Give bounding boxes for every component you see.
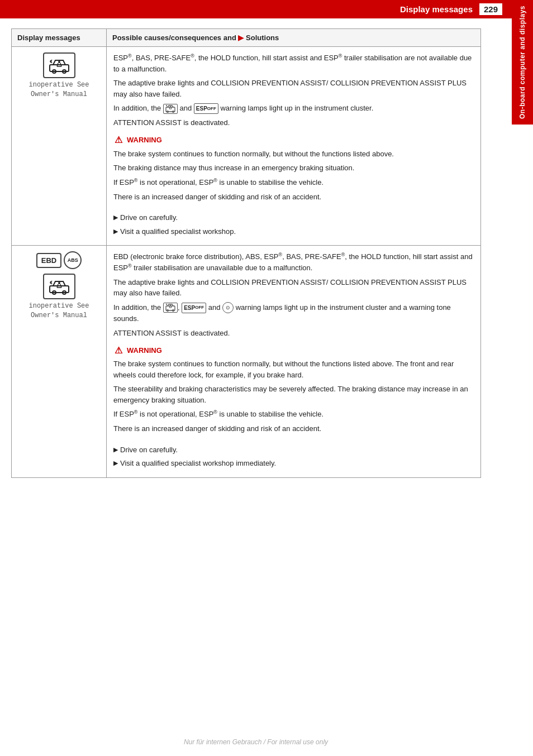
abs-icon: ABS (64, 251, 82, 269)
bullet-2-r1: ▶ Visit a qualified specialist workshop. (113, 226, 474, 237)
warning-p2-r1: The braking distance may thus increase i… (113, 162, 474, 174)
car-icon-box-2 (43, 274, 75, 299)
inoperative-label-2: inoperative See Owner's Manual (28, 302, 89, 320)
inline-icon-wrap-2b: ESPOFF (182, 303, 206, 313)
warning-lamp-icon-1a (163, 104, 178, 114)
warning-content-2: The brake system continues to function n… (113, 358, 474, 434)
content-p3-r2: In addition, the (113, 302, 474, 324)
warning-p3-r1: If ESP® is not operational, ESP® is unab… (113, 177, 474, 188)
warning-p2-r2: The steerability and braking characteris… (113, 384, 474, 405)
causes-cell-2: EBD (electronic brake force distribution… (107, 246, 481, 478)
side-tab-text: On-board computer and displays (518, 6, 526, 119)
table-row: inoperative See Owner's Manual ESP®, BAS… (12, 47, 481, 246)
bullet-arrow-icon-1a: ▶ (113, 213, 118, 223)
header-title: Display messages (400, 4, 473, 14)
table-row: EBD ABS (12, 246, 481, 478)
warning-block-1: ⚠ WARNING The brake system continues to … (113, 134, 474, 207)
bullet-text-1b: Visit a qualified specialist workshop. (120, 226, 236, 237)
display-message-cell-2: EBD ABS (12, 246, 107, 478)
bullet-arrow-icon-2b: ▶ (113, 458, 118, 469)
content-p4-r1: ATTENTION ASSIST is deactivated. (113, 117, 474, 128)
causes-cell-1: ESP®, BAS, PRE-SAFE®, the HOLD function,… (107, 47, 481, 246)
svg-point-11 (58, 282, 60, 284)
content-p3-r1: In addition, the (113, 103, 474, 114)
bullet-arrow-icon-2a: ▶ (113, 445, 118, 456)
car-icon-box-1 (43, 52, 75, 78)
display-message-cell-1: inoperative See Owner's Manual (12, 47, 107, 246)
warning-label-1: WARNING (127, 136, 162, 144)
content-p4-r2: ATTENTION ASSIST is deactivated. (113, 328, 474, 339)
svg-point-7 (170, 106, 171, 107)
svg-point-3 (58, 61, 60, 63)
warning-content-1: The brake system continues to function n… (113, 149, 474, 202)
side-tab: On-board computer and displays (512, 0, 533, 125)
bullet-1-r1: ▶ Drive on carefully. (113, 212, 474, 223)
ebd-icon: EBD (36, 253, 61, 268)
content-p1-r1: ESP®, BAS, PRE-SAFE®, the HOLD function,… (113, 52, 474, 74)
warning-circle-icon-2c: ⊙ (222, 302, 234, 313)
warning-p3-r2: If ESP® is not operational, ESP® is unab… (113, 409, 474, 420)
car-seat-inline-icon (165, 105, 175, 113)
footer: Nur für internen Gebrauch / For internal… (0, 738, 512, 746)
col-header-causes: Possible causes/consequences and ▶ Solut… (107, 29, 481, 47)
main-table: Display messages Possible causes/consequ… (11, 28, 481, 478)
bullet-2-r2: ▶ Visit a qualified specialist workshop … (113, 458, 474, 469)
inline-icon-wrap-2c: ⊙ (222, 302, 234, 313)
content-p2-r2: The adaptive brake lights and COLLISION … (113, 277, 474, 299)
warning-p1-r2: The brake system continues to function n… (113, 358, 474, 380)
car-warning-icon-1 (49, 57, 70, 74)
warning-p1-r1: The brake system continues to function n… (113, 149, 474, 160)
icon-area-2: EBD ABS (18, 251, 99, 320)
content-block-1: ESP®, BAS, PRE-SAFE®, the HOLD function,… (113, 52, 474, 237)
inline-icon-wrap-1a (163, 104, 178, 114)
col-causes-text: Possible causes/consequences and ▶ Solut… (112, 34, 279, 42)
svg-point-15 (170, 305, 171, 306)
icon-area-1: inoperative See Owner's Manual (18, 52, 99, 99)
bullet-1-r2: ▶ Drive on carefully. (113, 444, 474, 456)
warning-title-1: ⚠ WARNING (113, 135, 474, 145)
icon-row-2a: EBD ABS (36, 251, 82, 269)
bullet-text-2a: Drive on carefully. (120, 444, 178, 456)
page-header: Display messages 229 (0, 0, 533, 18)
bullet-text-1a: Drive on carefully. (120, 212, 178, 223)
warning-p4-r1: There is an increased danger of skidding… (113, 192, 474, 203)
footer-text: Nur für internen Gebrauch / For internal… (184, 738, 328, 746)
inline-icon-wrap-2a (163, 303, 178, 313)
warning-triangle-icon-1: ⚠ (113, 135, 123, 145)
inoperative-label-1: inoperative See Owner's Manual (28, 80, 89, 99)
car-warning-icon-2 (49, 278, 70, 295)
inline-icon-wrap-1b: ESPOFF (194, 103, 218, 114)
bullet-arrow-icon-1b: ▶ (113, 227, 118, 237)
warning-lamp-icon-2a (163, 303, 178, 313)
content-p1-r2: EBD (electronic brake force distribution… (113, 251, 474, 274)
esp-off-inline-icon-2: ESPOFF (182, 303, 206, 313)
warning-p4-r2: There is an increased danger of skidding… (113, 423, 474, 434)
esp-off-inline-icon-1: ESPOFF (194, 103, 218, 114)
car-seat-inline-icon-2 (165, 304, 175, 312)
warning-title-2: ⚠ WARNING (113, 345, 474, 355)
main-content: Display messages Possible causes/consequ… (0, 18, 512, 488)
bullet-text-2b: Visit a qualified specialist workshop im… (120, 458, 276, 469)
warning-triangle-icon-2: ⚠ (113, 345, 123, 355)
warning-label-2: WARNING (127, 346, 162, 355)
warning-block-2: ⚠ WARNING The brake system continues to … (113, 344, 474, 438)
content-p2-r1: The adaptive brake lights and COLLISION … (113, 78, 474, 99)
content-block-2: EBD (electronic brake force distribution… (113, 251, 474, 469)
col-header-display: Display messages (12, 29, 107, 47)
page-number: 229 (479, 3, 502, 15)
